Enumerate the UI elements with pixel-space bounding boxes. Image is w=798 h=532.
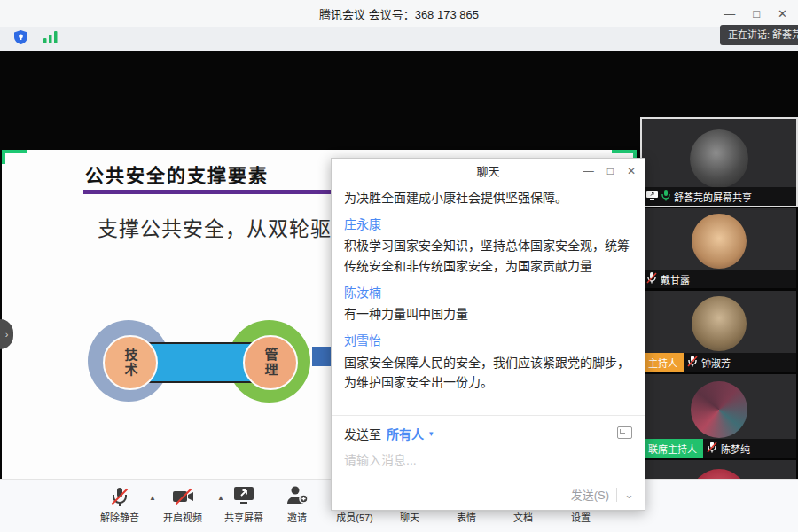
- speaking-toast: 正在讲话: 舒荟芫: [720, 25, 798, 45]
- chat-title: 聊天: [476, 162, 499, 179]
- chat-window: 聊天 — □ ✕ 为决胜全面建成小康社会提供坚强保障。 庄永康 积极学习国家安全…: [331, 158, 645, 511]
- start-video-button[interactable]: 开启视频: [149, 484, 216, 524]
- chat-sender-name[interactable]: 刘雪怡: [344, 331, 632, 351]
- participant-namebar: 戴甘露: [642, 270, 796, 288]
- status-toolbar: [0, 27, 798, 51]
- chat-sender-name[interactable]: 庄永康: [344, 215, 632, 235]
- send-row: 发送(S) ⌄: [571, 486, 634, 503]
- pop-out-icon[interactable]: [617, 426, 632, 439]
- send-button[interactable]: 发送(S): [571, 486, 609, 503]
- host-badge: 主持人: [642, 353, 684, 372]
- mic-muted-icon: [687, 356, 698, 369]
- chat-message-list[interactable]: 为决胜全面建成小康社会提供坚强保障。 庄永康 积极学习国家安全知识，坚持总体国家…: [332, 183, 645, 415]
- mic-on-icon: [661, 190, 670, 203]
- send-to-selector[interactable]: 所有人: [387, 425, 424, 442]
- chat-send-area: 发送至 所有人 ▾ 请输入消息... 发送(S) ⌄: [332, 415, 645, 510]
- avatar: [692, 214, 747, 269]
- maximize-button[interactable]: □: [753, 7, 760, 20]
- network-signal-icon[interactable]: [43, 31, 58, 47]
- window-controls: — □ ✕: [724, 0, 787, 27]
- slide-subtitle: 支撑公共安全，从双轮驱动: [98, 212, 353, 242]
- camera-off-icon: [172, 486, 193, 507]
- send-to-row: 发送至 所有人 ▾: [344, 425, 632, 442]
- avatar: [690, 129, 748, 188]
- participant-namebar: 联席主持人 陈梦纯: [642, 439, 796, 458]
- chat-sender-name[interactable]: 陈汝楠: [344, 283, 632, 303]
- chat-close-button[interactable]: ✕: [627, 165, 636, 177]
- participant-namebar: 舒荟芫的屏幕共享: [642, 187, 796, 206]
- mic-muted-icon: [109, 486, 130, 507]
- participant-name: 陈梦纯: [721, 442, 750, 456]
- security-shield-icon[interactable]: [14, 30, 27, 48]
- send-options-chevron-icon[interactable]: ⌄: [624, 488, 634, 501]
- participant-tile[interactable]: 戴甘露: [642, 208, 796, 288]
- participant-tile-host[interactable]: 主持人 钟淑芳: [642, 291, 796, 372]
- avatar: [691, 381, 747, 438]
- unmute-button[interactable]: 解除静音: [86, 484, 153, 524]
- title-bar: 腾讯会议 会议号：368 173 865: [0, 0, 798, 27]
- screen-share-icon: [646, 191, 658, 202]
- share-screen-icon: [232, 484, 255, 509]
- speaking-toast-text: 正在讲话: 舒荟芫: [728, 29, 798, 40]
- diagram-right-node: 管理: [243, 335, 298, 390]
- participant-name: 戴甘露: [661, 272, 690, 286]
- chat-message-input[interactable]: 请输入消息...: [344, 450, 632, 468]
- cohost-badge: 联席主持人: [642, 439, 703, 458]
- participant-tile-cohost[interactable]: 联席主持人 陈梦纯: [642, 374, 796, 458]
- participant-name: 钟淑芳: [701, 356, 731, 370]
- minimize-button[interactable]: —: [724, 7, 735, 20]
- chat-message-text: 为决胜全面建成小康社会提供坚强保障。: [344, 188, 632, 208]
- chat-message-text: 有一种力量叫中国力量: [344, 304, 632, 325]
- chat-minimize-button[interactable]: —: [583, 165, 594, 177]
- participant-namebar: 主持人 钟淑芳: [642, 353, 796, 372]
- window-title: 腾讯会议 会议号：368 173 865: [319, 5, 479, 22]
- avatar: [692, 296, 747, 351]
- chat-message-text: 国家安全保障人民的安全，我们应该紧跟党的脚步，为维护国家安全出一份力。: [344, 353, 632, 393]
- chat-header[interactable]: 聊天 — □ ✕: [332, 159, 645, 183]
- avatar: [691, 469, 747, 479]
- invite-icon: [286, 484, 309, 509]
- chat-maximize-button[interactable]: □: [607, 165, 614, 177]
- slide-title: 公共安全的支撑要素: [85, 160, 269, 187]
- chevron-down-icon[interactable]: ▾: [429, 429, 434, 438]
- mic-muted-icon: [646, 272, 657, 286]
- diagram-left-node: 技术: [103, 335, 158, 390]
- chat-message-text: 积极学习国家安全知识，坚持总体国家安全观，统筹传统安全和非传统国家安全，为国家贡…: [344, 236, 632, 276]
- participant-name: 舒荟芫的屏幕共享: [674, 190, 752, 204]
- diagram-small-square: [312, 347, 332, 366]
- chat-window-controls: — □ ✕: [583, 159, 636, 183]
- participant-tile-sharer[interactable]: 舒荟芫的屏幕共享: [642, 119, 796, 206]
- close-button[interactable]: ✕: [778, 7, 787, 20]
- send-divider: [616, 488, 617, 502]
- send-to-label: 发送至: [344, 425, 381, 442]
- mic-muted-icon: [707, 442, 717, 455]
- participant-tile[interactable]: ✕: [642, 460, 796, 479]
